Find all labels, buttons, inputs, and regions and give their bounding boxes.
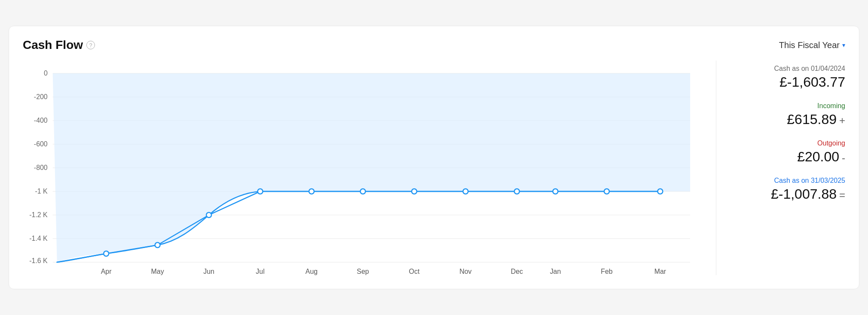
svg-point-22: [258, 189, 263, 194]
help-icon[interactable]: ?: [86, 41, 95, 49]
outgoing-label: Outgoing: [817, 139, 845, 147]
content-area: 0 -200 -400 -600 -800 -1 K -1.2 K -1.4 K…: [23, 61, 845, 275]
incoming-value-row: £615.89 +: [787, 112, 845, 127]
svg-text:-1 K: -1 K: [35, 188, 48, 195]
svg-point-25: [412, 189, 417, 194]
svg-point-30: [657, 189, 663, 194]
svg-point-21: [206, 212, 211, 218]
svg-text:Jul: Jul: [256, 268, 264, 275]
page-title: Cash Flow: [23, 38, 83, 52]
svg-point-24: [361, 189, 366, 194]
svg-point-23: [309, 189, 314, 194]
end-cash-block: Cash as on 31/03/2025 £-1,007.88 =: [734, 177, 845, 202]
outgoing-operator: -: [842, 152, 845, 164]
svg-text:-200: -200: [34, 93, 48, 100]
incoming-operator: +: [839, 115, 845, 127]
svg-text:-1.4 K: -1.4 K: [29, 235, 48, 242]
svg-point-28: [553, 189, 558, 194]
card-header: Cash Flow ? This Fiscal Year ▾: [23, 38, 845, 52]
svg-text:Nov: Nov: [459, 268, 471, 275]
svg-text:Aug: Aug: [306, 268, 318, 275]
svg-text:-400: -400: [34, 117, 48, 124]
svg-text:-1.2 K: -1.2 K: [29, 211, 48, 218]
svg-text:0: 0: [44, 70, 48, 77]
svg-point-26: [463, 189, 468, 194]
outgoing-value: £20.00: [797, 149, 839, 165]
period-label: This Fiscal Year: [779, 40, 840, 50]
outgoing-value-row: £20.00 -: [797, 149, 845, 165]
incoming-label: Incoming: [817, 102, 845, 110]
svg-text:Oct: Oct: [409, 268, 420, 275]
svg-text:Sep: Sep: [357, 268, 369, 275]
cash-flow-chart: 0 -200 -400 -600 -800 -1 K -1.2 K -1.4 K…: [23, 61, 699, 275]
svg-point-27: [514, 189, 520, 194]
end-cash-value-row: £-1,007.88 =: [771, 186, 845, 202]
svg-text:Apr: Apr: [101, 268, 112, 275]
start-cash-block: Cash as on 01/04/2024 £-1,603.77: [734, 65, 845, 90]
chart-container: 0 -200 -400 -600 -800 -1 K -1.2 K -1.4 K…: [23, 61, 699, 275]
chevron-down-icon: ▾: [842, 42, 845, 48]
stats-panel: Cash as on 01/04/2024 £-1,603.77 Incomin…: [734, 61, 845, 275]
end-cash-value: £-1,007.88: [771, 186, 837, 202]
svg-text:Mar: Mar: [654, 268, 666, 275]
svg-point-20: [155, 242, 160, 248]
cash-flow-card: Cash Flow ? This Fiscal Year ▾ 0 -200 -4…: [9, 26, 859, 289]
svg-text:-800: -800: [34, 164, 48, 171]
divider: [716, 61, 716, 275]
start-cash-label: Cash as on 01/04/2024: [774, 65, 845, 73]
svg-text:Dec: Dec: [511, 268, 523, 275]
period-selector[interactable]: This Fiscal Year ▾: [779, 40, 845, 50]
svg-text:-600: -600: [34, 140, 48, 148]
outgoing-block: Outgoing £20.00 -: [734, 139, 845, 165]
start-cash-value: £-1,603.77: [779, 74, 845, 90]
chart-area: 0 -200 -400 -600 -800 -1 K -1.2 K -1.4 K…: [23, 61, 699, 275]
svg-text:Feb: Feb: [601, 268, 613, 275]
svg-point-29: [604, 189, 609, 194]
svg-point-19: [104, 251, 109, 256]
header-left: Cash Flow ?: [23, 38, 95, 52]
svg-text:Jan: Jan: [550, 268, 561, 275]
svg-text:-1.6 K: -1.6 K: [29, 257, 48, 264]
end-cash-operator: =: [839, 189, 845, 201]
svg-text:May: May: [151, 268, 164, 275]
incoming-block: Incoming £615.89 +: [734, 102, 845, 127]
incoming-value: £615.89: [787, 112, 837, 127]
end-cash-label: Cash as on 31/03/2025: [774, 177, 845, 185]
svg-text:Jun: Jun: [203, 268, 214, 275]
